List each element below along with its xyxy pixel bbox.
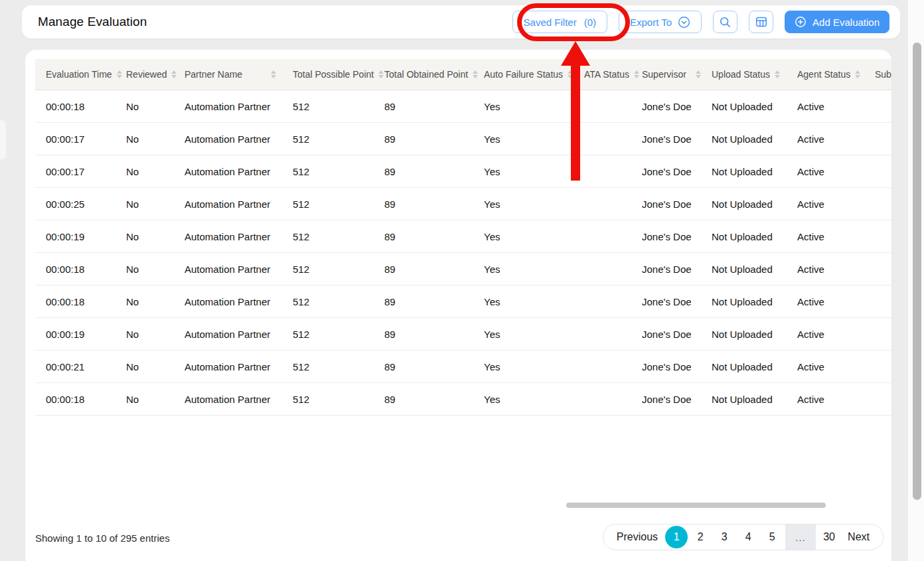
column-header-agent-status[interactable]: Agent Status [787,69,864,80]
table-cell: No [116,101,174,112]
pagination-ellipsis[interactable]: ... [785,524,816,550]
page-button-5[interactable]: 5 [761,526,783,548]
table-cell: Automation Partner [174,231,282,242]
plus-circle-icon [795,16,807,28]
table-cell: Not Uploaded [701,296,787,307]
table-cell: 89 [374,133,473,145]
vertical-scrollbar-track[interactable] [908,0,924,561]
table-cell: Not Uploaded [701,329,787,340]
table-cell: Active [787,296,864,307]
toolbar: Saved Filter (0) Export To Add Evaluatio… [512,11,889,33]
table-cell: 00:00:18 [35,394,116,405]
column-header-total-obtained-point[interactable]: Total Obtained Point [374,69,473,80]
table-cell: No [116,166,174,177]
table-cell: Active [787,394,864,405]
table-cell: 512 [282,101,374,112]
page-button-2[interactable]: 2 [689,526,712,548]
table-cell: Yes [473,329,574,340]
add-evaluation-button[interactable]: Add Evaluation [785,11,889,33]
table-cell: No [116,231,174,242]
sort-icon [271,70,276,78]
table-cell: 89 [374,166,473,177]
page-button-3[interactable]: 3 [713,526,735,548]
previous-button[interactable]: Previous [610,531,664,543]
column-visibility-button[interactable] [749,11,773,33]
header-bar: Manage Evaluation Saved Filter (0) Expor… [22,5,900,39]
table-cell: Active [787,361,864,372]
table-cell: 00:00:18 [35,101,116,112]
column-header-ata-status[interactable]: ATA Status [574,69,631,80]
column-label: ATA Status [584,69,629,80]
table-cell: Jone's Doe [631,264,701,275]
table-cell: Yes [473,361,574,372]
table-row: 00:00:17NoAutomation Partner51289YesJone… [35,123,891,155]
table-cell: Not Uploaded [701,133,787,145]
table-row: 00:00:21NoAutomation Partner51289YesJone… [35,351,891,383]
table-cell: Active [787,231,864,242]
column-header-partner-name[interactable]: Partner Name [174,69,282,80]
page-button-4[interactable]: 4 [737,526,759,548]
page-button-1-active[interactable]: 1 [665,526,688,548]
table-cell: 89 [374,199,473,210]
pagination: Previous 12345...30 Next [603,524,884,550]
table-cell: Not Uploaded [701,231,787,242]
column-header-supervisor[interactable]: Supervisor [631,69,701,80]
column-label: Total Possible Point [293,69,374,80]
table-cell: No [116,361,174,372]
table-cell: 00:00:19 [35,329,116,340]
table-cell: Not Uploaded [701,101,787,112]
table-cell: 89 [374,296,473,307]
table-cell: No [116,394,174,405]
sort-icon [568,70,573,78]
table-cell: 512 [282,361,374,372]
column-header-evaluation-time[interactable]: Evaluation Time [35,69,116,80]
saved-filter-label: Saved Filter [524,17,577,28]
table-cell: 00:00:21 [35,361,116,372]
table-cell: Active [787,264,864,275]
page-button-30[interactable]: 30 [818,526,840,548]
table-cell: 512 [282,166,374,177]
table-cell: Jone's Doe [631,133,701,145]
table-cell: 512 [282,231,374,242]
vertical-scrollbar-thumb[interactable] [913,42,921,500]
column-header-reviewed[interactable]: Reviewed [116,69,174,80]
column-header-upload-status[interactable]: Upload Status [701,69,787,80]
column-label: Reviewed [126,69,167,80]
table-cell: 89 [374,231,473,242]
sort-icon [855,70,860,78]
table-row: 00:00:19NoAutomation Partner51289YesJone… [35,318,891,351]
column-header-auto-failure-status[interactable]: Auto Failure Status [473,69,574,80]
table-cell: Jone's Doe [631,166,701,177]
column-label: Agent Status [797,69,850,80]
column-header-sub: Sub [864,69,891,80]
table-cell: Jone's Doe [631,101,701,112]
table-cell: 89 [374,361,473,372]
table-cell: Not Uploaded [701,264,787,275]
table-cell: Active [787,329,864,340]
table-row: 00:00:18NoAutomation Partner51289YesJone… [35,383,891,416]
add-evaluation-label: Add Evaluation [812,17,880,28]
table-cell: No [116,133,174,145]
column-header-total-possible-point[interactable]: Total Possible Point [282,69,374,80]
table-card: Evaluation TimeReviewedPartner NameTotal… [25,50,891,561]
table-cell: Automation Partner [174,199,282,210]
table-cell: Jone's Doe [631,329,701,340]
sort-icon [775,70,780,78]
column-label: Upload Status [712,69,770,80]
table-grid-icon [755,15,768,29]
table-cell: No [116,329,174,340]
next-button[interactable]: Next [841,531,876,543]
table-cell: Not Uploaded [701,166,787,177]
table-cell: Automation Partner [174,296,282,307]
table-cell: 89 [374,264,473,275]
search-button[interactable] [713,11,737,33]
search-icon [719,16,732,29]
table-cell: 00:00:19 [35,231,116,242]
horizontal-scrollbar-thumb[interactable] [566,503,826,508]
saved-filter-button[interactable]: Saved Filter (0) [512,11,607,33]
column-label: Total Obtained Point [384,69,468,80]
table-cell: No [116,199,174,210]
table-cell: 89 [374,101,473,112]
export-to-button[interactable]: Export To [619,11,702,33]
table-cell: Yes [473,166,574,177]
